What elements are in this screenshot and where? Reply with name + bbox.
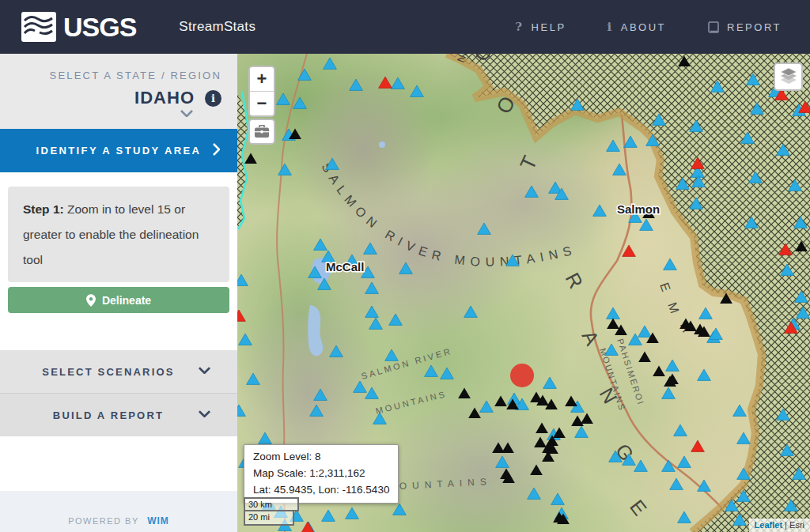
gauge-marker[interactable] — [324, 58, 337, 69]
gauge-marker[interactable] — [237, 310, 245, 321]
gauge-marker[interactable] — [525, 186, 539, 197]
gauge-marker[interactable] — [640, 219, 653, 230]
gauge-marker[interactable] — [528, 488, 541, 499]
gauge-marker[interactable] — [458, 388, 471, 399]
scale-km: 30 km — [244, 497, 299, 511]
gauge-marker[interactable] — [710, 328, 723, 339]
leaflet-map[interactable]: SALMON RIVER MOUNTAINS NSOOTRANGEEMA SAL… — [237, 54, 810, 532]
selected-point-marker[interactable] — [510, 364, 534, 387]
help-link[interactable]: ? HELP — [515, 20, 566, 34]
gauge-marker[interactable] — [737, 432, 751, 443]
gauge-marker[interactable] — [237, 405, 245, 416]
gauge-marker[interactable] — [350, 79, 363, 90]
zoom-out-button[interactable]: − — [250, 92, 274, 115]
gauge-marker[interactable] — [301, 522, 315, 532]
gauge-marker[interactable] — [393, 504, 407, 515]
gauge-marker[interactable] — [365, 387, 379, 398]
gauge-marker[interactable] — [314, 389, 327, 400]
gauge-marker[interactable] — [634, 460, 648, 471]
gauge-marker[interactable] — [496, 456, 509, 467]
gauge-marker[interactable] — [678, 456, 691, 467]
gauge-marker[interactable] — [662, 387, 676, 398]
gauge-marker[interactable] — [698, 369, 711, 380]
gauge-marker[interactable] — [534, 437, 547, 448]
gauge-marker[interactable] — [365, 306, 379, 317]
gauge-marker[interactable] — [593, 205, 607, 216]
gauge-marker[interactable] — [624, 136, 638, 147]
gauge-marker[interactable] — [259, 432, 272, 443]
gauge-marker[interactable] — [354, 381, 367, 392]
gauge-marker[interactable] — [346, 507, 359, 519]
gauge-marker[interactable] — [581, 413, 593, 424]
gauge-marker[interactable] — [565, 396, 577, 407]
gauge-marker[interactable] — [373, 413, 387, 424]
gauge-marker[interactable] — [653, 366, 665, 377]
esri-credit[interactable]: Esri — [789, 520, 804, 530]
gauge-marker[interactable] — [441, 368, 454, 379]
gauge-marker[interactable] — [322, 510, 335, 521]
gauge-marker[interactable] — [699, 308, 713, 319]
gauge-marker[interactable] — [551, 493, 565, 504]
gauge-marker[interactable] — [623, 245, 636, 256]
gauge-marker[interactable] — [237, 274, 248, 285]
gauge-marker[interactable] — [613, 164, 626, 175]
gauge-marker[interactable] — [638, 326, 652, 337]
gauge-marker[interactable] — [536, 423, 548, 434]
gauge-marker[interactable] — [571, 416, 584, 427]
gauge-marker[interactable] — [670, 478, 683, 489]
gauge-marker[interactable] — [330, 345, 343, 357]
gauge-marker[interactable] — [678, 511, 691, 523]
gauge-marker[interactable] — [247, 373, 260, 384]
about-link[interactable]: i ABOUT — [608, 20, 667, 34]
gauge-marker[interactable] — [385, 349, 399, 360]
leaflet-link[interactable]: Leaflet — [755, 520, 782, 530]
gauge-marker[interactable] — [674, 424, 687, 436]
gauge-marker[interactable] — [425, 365, 438, 376]
gauge-marker[interactable] — [389, 314, 403, 325]
gauge-marker[interactable] — [478, 223, 491, 234]
gauge-marker[interactable] — [369, 318, 383, 329]
select-scenarios-bar[interactable]: SELECT SCENARIOS — [0, 350, 237, 393]
gauge-marker[interactable] — [379, 77, 392, 88]
gauge-marker[interactable] — [364, 243, 377, 254]
report-link[interactable]: REPORT — [707, 20, 782, 34]
delineate-button[interactable]: Delineate — [8, 287, 229, 313]
gauge-marker[interactable] — [607, 319, 619, 330]
zoom-in-button[interactable]: + — [250, 67, 274, 92]
gauge-marker[interactable] — [310, 405, 324, 416]
usgs-logo[interactable]: USGS — [21, 11, 136, 43]
gauge-marker[interactable] — [530, 465, 543, 476]
gauge-marker[interactable] — [575, 426, 589, 437]
wim-link[interactable]: WIM — [147, 515, 169, 526]
gauge-marker[interactable] — [392, 77, 405, 89]
gauge-marker[interactable] — [480, 401, 494, 412]
gauge-marker[interactable] — [365, 282, 379, 293]
identify-study-area-bar[interactable]: IDENTIFY A STUDY AREA — [0, 129, 237, 172]
gauge-marker[interactable] — [733, 405, 747, 416]
gauge-marker[interactable] — [691, 440, 705, 451]
layers-control[interactable] — [774, 62, 803, 91]
gauge-marker[interactable] — [502, 443, 514, 454]
gauge-marker[interactable] — [468, 408, 481, 419]
gauge-marker[interactable] — [239, 334, 252, 345]
gauge-marker[interactable] — [399, 262, 413, 274]
gauge-marker[interactable] — [298, 69, 312, 80]
gauge-marker[interactable] — [638, 352, 651, 363]
gauge-marker[interactable] — [314, 239, 327, 250]
gauge-marker[interactable] — [607, 140, 620, 151]
gauge-marker[interactable] — [278, 164, 292, 175]
toolbox-button[interactable] — [248, 119, 275, 145]
gauge-marker[interactable] — [293, 97, 307, 108]
state-info-icon[interactable]: i — [205, 90, 221, 107]
build-report-bar[interactable]: BUILD A REPORT — [0, 393, 237, 436]
gauge-marker[interactable] — [494, 396, 507, 407]
gauge-marker[interactable] — [543, 377, 557, 388]
gauge-marker[interactable] — [411, 85, 424, 96]
gauge-marker[interactable] — [666, 360, 679, 371]
state-collapse-toggle[interactable] — [16, 110, 193, 117]
gauge-marker[interactable] — [277, 93, 290, 104]
gauge-marker[interactable] — [464, 306, 478, 317]
gauge-marker[interactable] — [664, 258, 677, 270]
gauge-marker[interactable] — [244, 153, 257, 164]
gauge-marker[interactable] — [607, 308, 620, 319]
